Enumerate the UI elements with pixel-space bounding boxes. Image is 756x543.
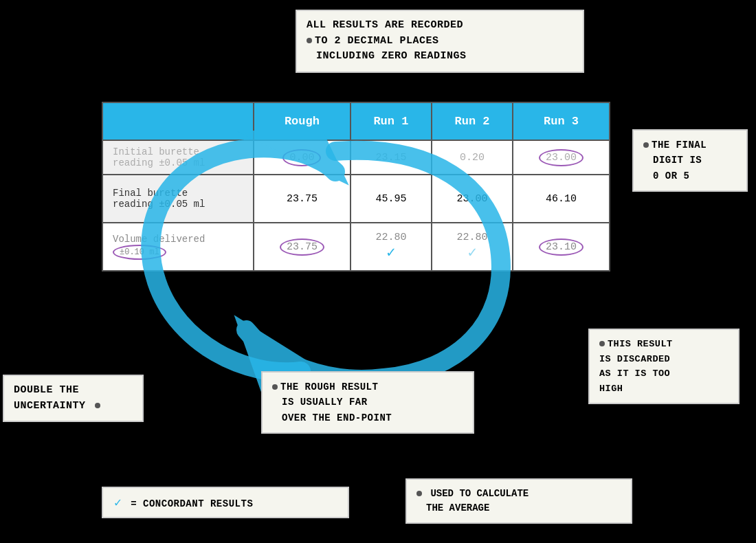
discarded-line3: AS IT IS TOO xyxy=(599,368,670,379)
dot-double xyxy=(95,403,100,408)
final-digit-line1: THE FINAL xyxy=(652,140,707,151)
circled-uncertainty: ±0.10 ml xyxy=(113,245,166,260)
double-line1: DOUBLE THE xyxy=(14,384,79,396)
checkmark-run2: ✓ xyxy=(467,245,476,262)
val-final-run1: 45.95 xyxy=(351,175,432,223)
rough-line1: THE ROUGH RESULT xyxy=(280,381,378,392)
final-digit-line2: DIGIT IS xyxy=(643,155,702,166)
circled-initial-run3: 23.00 xyxy=(539,149,583,166)
row-initial: Initial burettereading ±0.05 ml 0.00 23.… xyxy=(102,140,610,175)
annotation-top-line1: ALL RESULTS ARE RECORDED xyxy=(307,19,463,31)
dot-average xyxy=(416,491,422,496)
annotation-top: ALL RESULTS ARE RECORDED TO 2 DECIMAL PL… xyxy=(296,10,584,73)
label-volume: Volume delivered±0.10 ml xyxy=(102,223,254,271)
col-header-empty xyxy=(102,102,254,140)
val-volume-run3: 23.10 xyxy=(513,223,610,271)
rough-line2: IS USUALLY FAR xyxy=(272,397,368,408)
circled-volume-rough: 23.75 xyxy=(280,239,324,256)
average-line2: THE AVERAGE xyxy=(416,502,489,513)
rough-line3: OVER THE END-POINT xyxy=(272,412,392,423)
average-line1: USED TO CALCULATE xyxy=(430,488,529,499)
annotation-top-line2: TO 2 DECIMAL PLACES xyxy=(315,35,439,47)
col-header-run1: Run 1 xyxy=(351,102,432,140)
val-initial-run1: 23.15 xyxy=(351,140,432,175)
row-final: Final burettereading ±0.05 ml 23.75 45.9… xyxy=(102,175,610,223)
titration-table: Rough Run 1 Run 2 Run 3 Initial buretter… xyxy=(102,102,610,272)
annotation-rough: THE ROUGH RESULT IS USUALLY FAR OVER THE… xyxy=(261,371,474,434)
val-volume-run2: 22.80✓ xyxy=(432,223,513,271)
row-volume: Volume delivered±0.10 ml 23.75 22.80✓ 22… xyxy=(102,223,610,271)
annotation-final-digit: THE FINAL DIGIT IS 0 OR 5 xyxy=(632,129,748,192)
col-header-rough: Rough xyxy=(254,102,351,140)
annotation-average: USED TO CALCULATE THE AVERAGE xyxy=(405,478,632,524)
col-header-run2: Run 2 xyxy=(432,102,513,140)
annotation-double: DOUBLE THE UNCERTAINTY xyxy=(3,375,144,422)
val-initial-run3: 23.00 xyxy=(513,140,610,175)
dot-discarded xyxy=(599,341,605,346)
annotation-top-line3: INCLUDING ZERO READINGS xyxy=(307,50,467,62)
concordant-check-icon: ✓ xyxy=(114,496,122,510)
table-wrapper: Rough Run 1 Run 2 Run 3 Initial buretter… xyxy=(102,102,610,272)
dot-final-digit xyxy=(643,142,649,148)
label-initial: Initial burettereading ±0.05 ml xyxy=(102,140,254,175)
val-final-run2: 23.00 xyxy=(432,175,513,223)
label-final: Final burettereading ±0.05 ml xyxy=(102,175,254,223)
dot-rough xyxy=(272,384,278,390)
discarded-line2: IS DISCARDED xyxy=(599,354,670,364)
val-initial-run2: 0.20 xyxy=(432,140,513,175)
concordant-text: = CONCORDANT RESULTS xyxy=(131,498,253,509)
double-line2: UNCERTAINTY xyxy=(14,400,86,412)
annotation-discarded: THIS RESULT IS DISCARDED AS IT IS TOO HI… xyxy=(588,329,740,404)
annotation-concordant: ✓ = CONCORDANT RESULTS xyxy=(102,487,349,518)
val-volume-run1: 22.80✓ xyxy=(351,223,432,271)
val-final-rough: 23.75 xyxy=(254,175,351,223)
discarded-line4: HIGH xyxy=(599,384,623,394)
col-header-run3: Run 3 xyxy=(513,102,610,140)
discarded-line1: THIS RESULT xyxy=(608,339,673,349)
final-digit-line3: 0 OR 5 xyxy=(643,170,689,181)
val-initial-rough: 0.00 xyxy=(254,140,351,175)
circled-volume-run3: 23.10 xyxy=(539,239,583,256)
val-volume-rough: 23.75 xyxy=(254,223,351,271)
annotation-top-dot xyxy=(307,38,312,43)
circled-initial-rough: 0.00 xyxy=(282,149,321,166)
checkmark-run1: ✓ xyxy=(386,245,395,262)
val-final-run3: 46.10 xyxy=(513,175,610,223)
